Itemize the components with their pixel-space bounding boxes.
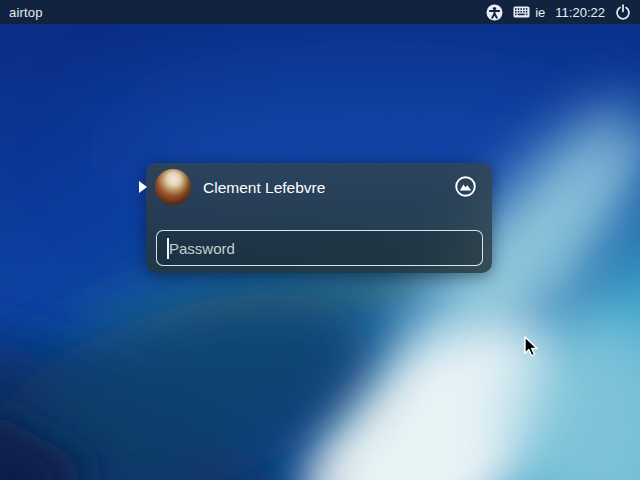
keyboard-layout-label: ie [535, 5, 545, 20]
top-bar: airtop [0, 0, 640, 24]
keyboard-icon [513, 6, 530, 18]
password-input[interactable] [156, 230, 483, 266]
clock[interactable]: 11:20:22 [555, 5, 605, 20]
hostname-label: airtop [9, 5, 43, 20]
accessibility-icon[interactable] [486, 4, 503, 21]
login-screen: airtop [0, 0, 640, 480]
selected-user-arrow-icon [139, 181, 147, 193]
text-caret [167, 238, 169, 259]
power-icon[interactable] [615, 4, 631, 20]
mouse-cursor [524, 336, 540, 358]
user-name: Clement Lefebvre [203, 163, 325, 212]
keyboard-indicator[interactable]: ie [513, 5, 545, 20]
indicator-area: ie 11:20:22 [486, 4, 631, 21]
session-badge-icon[interactable] [455, 176, 476, 197]
login-panel: Clement Lefebvre [146, 163, 492, 273]
user-avatar [155, 169, 191, 205]
